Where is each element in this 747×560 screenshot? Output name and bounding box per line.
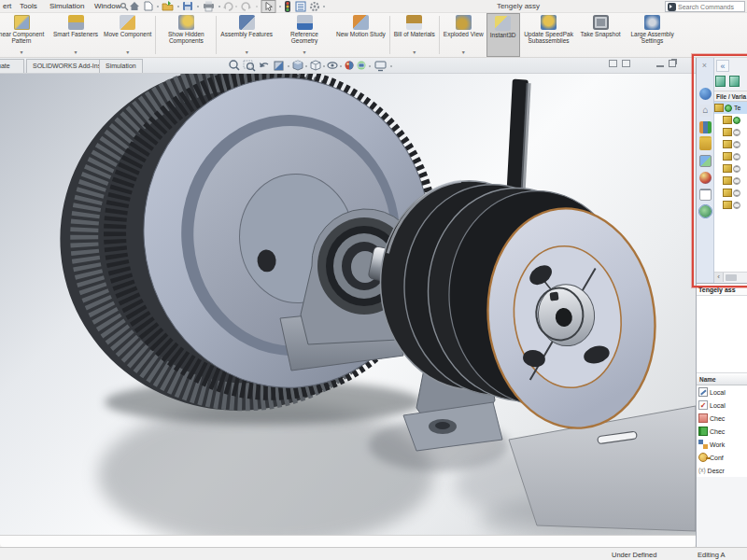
minimize-button[interactable]: [656, 60, 664, 67]
move-component-button[interactable]: Move Component▾: [101, 13, 154, 57]
menu-insert[interactable]: ert: [0, 1, 14, 11]
reference-geometry-button[interactable]: Reference Geometry▾: [275, 13, 333, 57]
tree-item[interactable]: [714, 187, 747, 199]
search-commands-box[interactable]: [665, 1, 745, 12]
home-icon[interactable]: ⌂: [699, 105, 712, 117]
hide-show-items-icon[interactable]: [328, 63, 337, 68]
pin-icon[interactable]: [120, 2, 129, 11]
dropdown-dot-icon[interactable]: [288, 65, 289, 67]
open-icon[interactable]: [162, 1, 173, 10]
dropdown-arrow-icon[interactable]: ▾: [75, 49, 78, 56]
status-bar: Under Defined Editing A: [0, 547, 747, 560]
view-orientation-icon[interactable]: [293, 61, 303, 70]
print-icon[interactable]: [204, 2, 214, 12]
dropdown-dot-icon[interactable]: [157, 6, 159, 7]
dropdown-dot-icon[interactable]: [197, 6, 199, 7]
tree-item[interactable]: [714, 126, 747, 138]
bill-of-materials-button[interactable]: Bill of Materials▾: [391, 13, 438, 57]
dropdown-dot-icon[interactable]: [340, 65, 342, 67]
list-item[interactable]: Chec: [697, 425, 747, 438]
tree-item[interactable]: [714, 162, 747, 175]
document-window-icon[interactable]: [609, 60, 617, 67]
scrollbar-thumb[interactable]: [726, 274, 737, 281]
mounting-plate[interactable]: [509, 406, 696, 531]
instant3d-button[interactable]: Instant3D: [486, 13, 520, 57]
list-item[interactable]: Work: [697, 438, 747, 451]
dropdown-dot-icon[interactable]: [390, 65, 392, 67]
file-properties-icon[interactable]: [296, 2, 305, 11]
horizontal-scrollbar[interactable]: ‹: [714, 272, 747, 282]
dropdown-dot-icon[interactable]: [323, 6, 325, 7]
edit-appearance-icon[interactable]: [345, 62, 354, 70]
tree-item[interactable]: [714, 150, 747, 162]
tab-evaluate[interactable]: uate: [0, 59, 24, 73]
search-input[interactable]: [678, 4, 743, 10]
take-snapshot-button[interactable]: Take Snapshot: [578, 13, 624, 57]
update-speedpak-button[interactable]: Update SpeedPak Subassemblies: [520, 13, 578, 57]
tree-item[interactable]: [714, 175, 747, 187]
display-style-icon[interactable]: [311, 61, 320, 70]
assembly-features-button[interactable]: Assembly Features▾: [218, 13, 275, 57]
options-gear-icon[interactable]: [311, 3, 318, 10]
dropdown-arrow-icon[interactable]: ▾: [126, 49, 129, 56]
tab-simulation[interactable]: Simulation: [99, 59, 143, 73]
menu-tools[interactable]: Tools: [17, 1, 40, 11]
restore-button[interactable]: [669, 60, 676, 67]
linear-component-pattern-button[interactable]: near Component Pattern▾: [0, 13, 50, 57]
dropdown-arrow-icon[interactable]: ▾: [246, 49, 248, 56]
smart-fasteners-button[interactable]: Smart Fasteners▾: [50, 13, 101, 57]
design-library-icon[interactable]: [699, 121, 712, 133]
exploded-view-button[interactable]: Exploded View▾: [441, 13, 486, 57]
show-hidden-components-button[interactable]: Show Hidden Components: [157, 13, 215, 57]
zoom-to-fit-icon[interactable]: [230, 61, 239, 70]
dropdown-arrow-icon[interactable]: ▾: [413, 49, 416, 56]
document-window-icon[interactable]: [622, 60, 630, 67]
dropdown-dot-icon[interactable]: [369, 65, 371, 67]
pdm-vault-icon[interactable]: [699, 205, 712, 217]
dropdown-arrow-icon[interactable]: ▾: [20, 49, 22, 56]
dropdown-arrow-icon[interactable]: ▾: [462, 49, 465, 56]
assembly-features-icon: [239, 15, 255, 30]
dropdown-dot-icon[interactable]: [218, 6, 220, 7]
tree-item[interactable]: [714, 138, 747, 150]
view-settings-icon[interactable]: [375, 62, 386, 71]
list-item[interactable]: Conf: [697, 451, 747, 464]
dropdown-dot-icon[interactable]: [305, 65, 307, 67]
list-item[interactable]: Local: [697, 385, 747, 399]
name-column-header[interactable]: Name: [697, 373, 747, 385]
scroll-left-arrow-icon[interactable]: ‹: [714, 273, 724, 282]
pdm-document-icon[interactable]: [715, 76, 726, 87]
appearances-scenes-icon[interactable]: [699, 172, 712, 184]
select-tool-icon[interactable]: [261, 1, 275, 13]
dropdown-dot-icon[interactable]: [279, 6, 281, 7]
custom-properties-icon[interactable]: [699, 189, 712, 201]
view-palette-icon[interactable]: [699, 155, 712, 167]
pdm-document-icon[interactable]: [729, 76, 740, 87]
save-icon[interactable]: [183, 2, 192, 10]
section-view-icon[interactable]: [275, 62, 283, 70]
previous-view-icon[interactable]: [260, 63, 268, 67]
dropdown-dot-icon[interactable]: [177, 6, 179, 7]
file-explorer-icon[interactable]: [699, 138, 712, 150]
tree-root-item[interactable]: Te: [714, 102, 747, 114]
dropdown-arrow-icon[interactable]: ▾: [303, 49, 305, 56]
tree-item[interactable]: [714, 199, 747, 211]
zoom-to-area-icon[interactable]: [244, 61, 255, 71]
rebuild-traffic-light-icon[interactable]: [285, 1, 290, 12]
list-item[interactable]: ✓Local: [697, 399, 747, 412]
tree-item[interactable]: [714, 114, 747, 126]
list-item[interactable]: (x)Descr: [697, 464, 747, 477]
close-icon[interactable]: ×: [698, 60, 711, 71]
collapse-pane-button[interactable]: «: [716, 60, 729, 72]
menu-simulation[interactable]: Simulation: [47, 1, 87, 11]
solidworks-resources-icon[interactable]: [699, 88, 712, 100]
new-motion-study-button[interactable]: New Motion Study: [333, 13, 388, 57]
large-assembly-settings-button[interactable]: Large Assembly Settings: [624, 13, 682, 57]
apply-scene-icon[interactable]: [358, 62, 366, 70]
dropdown-dot-icon[interactable]: [323, 65, 325, 67]
graphics-area[interactable]: [0, 74, 696, 535]
new-document-icon[interactable]: [145, 2, 152, 10]
home-icon[interactable]: [130, 2, 139, 10]
tab-solidworks-add-ins[interactable]: SOLIDWORKS Add-Ins: [26, 59, 107, 73]
list-item[interactable]: Chec: [697, 412, 747, 425]
